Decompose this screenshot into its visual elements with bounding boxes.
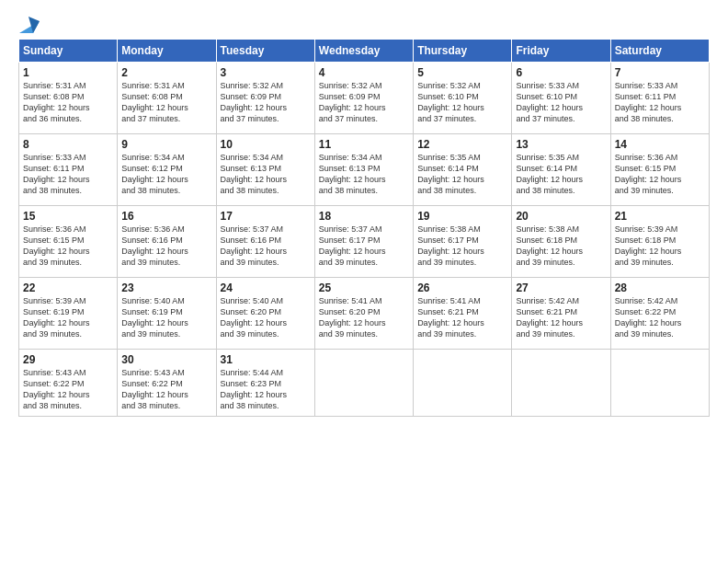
day-number: 3 (221, 66, 311, 79)
day-info: Sunrise: 5:39 AM Sunset: 6:18 PM Dayligh… (615, 224, 705, 269)
weekday-header-monday: Monday (118, 40, 216, 63)
page: SundayMondayTuesdayWednesdayThursdayFrid… (0, 0, 728, 426)
day-info: Sunrise: 5:35 AM Sunset: 6:14 PM Dayligh… (516, 152, 606, 197)
day-number: 26 (417, 282, 507, 294)
day-info: Sunrise: 5:39 AM Sunset: 6:19 PM Dayligh… (23, 295, 113, 340)
logo-bird-icon (19, 17, 40, 33)
logo (18, 17, 40, 29)
calendar-cell (610, 350, 709, 417)
day-info: Sunrise: 5:33 AM Sunset: 6:11 PM Dayligh… (23, 152, 113, 197)
weekday-header-saturday: Saturday (610, 40, 709, 63)
day-info: Sunrise: 5:38 AM Sunset: 6:17 PM Dayligh… (417, 224, 507, 269)
day-info: Sunrise: 5:36 AM Sunset: 6:16 PM Dayligh… (121, 224, 211, 269)
calendar-cell: 10Sunrise: 5:34 AM Sunset: 6:13 PM Dayli… (216, 134, 314, 206)
day-info: Sunrise: 5:34 AM Sunset: 6:13 PM Dayligh… (319, 152, 409, 197)
day-number: 29 (23, 353, 113, 366)
calendar-cell: 13Sunrise: 5:35 AM Sunset: 6:14 PM Dayli… (512, 134, 610, 206)
day-number: 8 (23, 138, 113, 151)
day-number: 4 (319, 66, 409, 79)
day-number: 1 (23, 66, 113, 79)
weekday-header-friday: Friday (512, 40, 610, 63)
day-number: 28 (615, 282, 705, 294)
day-info: Sunrise: 5:40 AM Sunset: 6:20 PM Dayligh… (221, 295, 311, 340)
calendar-cell: 7Sunrise: 5:33 AM Sunset: 6:11 PM Daylig… (610, 63, 709, 134)
day-info: Sunrise: 5:36 AM Sunset: 6:15 PM Dayligh… (615, 152, 705, 197)
day-info: Sunrise: 5:31 AM Sunset: 6:08 PM Dayligh… (121, 80, 211, 125)
calendar-week-row: 29Sunrise: 5:43 AM Sunset: 6:22 PM Dayli… (19, 350, 710, 417)
calendar-cell: 22Sunrise: 5:39 AM Sunset: 6:19 PM Dayli… (19, 278, 118, 350)
calendar-cell (512, 350, 610, 417)
day-info: Sunrise: 5:33 AM Sunset: 6:10 PM Dayligh… (516, 80, 606, 125)
calendar-cell: 15Sunrise: 5:36 AM Sunset: 6:15 PM Dayli… (19, 206, 118, 278)
day-number: 30 (121, 353, 211, 366)
calendar-cell: 8Sunrise: 5:33 AM Sunset: 6:11 PM Daylig… (19, 134, 118, 206)
calendar-cell: 21Sunrise: 5:39 AM Sunset: 6:18 PM Dayli… (610, 206, 709, 278)
calendar-cell: 25Sunrise: 5:41 AM Sunset: 6:20 PM Dayli… (314, 278, 413, 350)
calendar-cell: 3Sunrise: 5:32 AM Sunset: 6:09 PM Daylig… (216, 63, 314, 134)
day-number: 27 (516, 282, 606, 294)
day-number: 10 (221, 138, 311, 151)
calendar-cell: 20Sunrise: 5:38 AM Sunset: 6:18 PM Dayli… (512, 206, 610, 278)
calendar-week-row: 1Sunrise: 5:31 AM Sunset: 6:08 PM Daylig… (19, 63, 710, 134)
day-number: 19 (417, 210, 507, 223)
day-info: Sunrise: 5:37 AM Sunset: 6:16 PM Dayligh… (221, 224, 311, 269)
day-number: 5 (417, 66, 507, 79)
day-info: Sunrise: 5:32 AM Sunset: 6:10 PM Dayligh… (417, 80, 507, 125)
calendar-cell: 6Sunrise: 5:33 AM Sunset: 6:10 PM Daylig… (512, 63, 610, 134)
calendar-cell: 14Sunrise: 5:36 AM Sunset: 6:15 PM Dayli… (610, 134, 709, 206)
calendar-cell: 31Sunrise: 5:44 AM Sunset: 6:23 PM Dayli… (216, 350, 314, 417)
calendar-cell: 26Sunrise: 5:41 AM Sunset: 6:21 PM Dayli… (414, 278, 512, 350)
calendar-cell: 1Sunrise: 5:31 AM Sunset: 6:08 PM Daylig… (19, 63, 118, 134)
calendar-cell: 11Sunrise: 5:34 AM Sunset: 6:13 PM Dayli… (314, 134, 413, 206)
calendar-cell: 5Sunrise: 5:32 AM Sunset: 6:10 PM Daylig… (414, 63, 512, 134)
calendar-cell: 24Sunrise: 5:40 AM Sunset: 6:20 PM Dayli… (216, 278, 314, 350)
day-number: 14 (615, 138, 705, 151)
day-info: Sunrise: 5:34 AM Sunset: 6:12 PM Dayligh… (121, 152, 211, 197)
day-number: 11 (319, 138, 409, 151)
day-number: 17 (221, 210, 311, 223)
day-number: 16 (121, 210, 211, 223)
day-info: Sunrise: 5:35 AM Sunset: 6:14 PM Dayligh… (417, 152, 507, 197)
calendar-cell: 29Sunrise: 5:43 AM Sunset: 6:22 PM Dayli… (19, 350, 118, 417)
day-info: Sunrise: 5:36 AM Sunset: 6:15 PM Dayligh… (23, 224, 113, 269)
calendar-cell: 30Sunrise: 5:43 AM Sunset: 6:22 PM Dayli… (118, 350, 216, 417)
day-number: 2 (121, 66, 211, 79)
day-number: 6 (516, 66, 606, 79)
day-number: 18 (319, 210, 409, 223)
header (18, 17, 710, 29)
day-info: Sunrise: 5:32 AM Sunset: 6:09 PM Dayligh… (221, 80, 311, 125)
calendar-cell: 4Sunrise: 5:32 AM Sunset: 6:09 PM Daylig… (314, 63, 413, 134)
calendar: SundayMondayTuesdayWednesdayThursdayFrid… (18, 39, 710, 417)
calendar-cell (414, 350, 512, 417)
weekday-header-tuesday: Tuesday (216, 40, 314, 63)
day-info: Sunrise: 5:43 AM Sunset: 6:22 PM Dayligh… (23, 367, 113, 412)
calendar-cell: 9Sunrise: 5:34 AM Sunset: 6:12 PM Daylig… (118, 134, 216, 206)
day-info: Sunrise: 5:42 AM Sunset: 6:22 PM Dayligh… (615, 295, 705, 340)
day-number: 25 (319, 282, 409, 294)
day-info: Sunrise: 5:33 AM Sunset: 6:11 PM Dayligh… (615, 80, 705, 125)
calendar-cell: 18Sunrise: 5:37 AM Sunset: 6:17 PM Dayli… (314, 206, 413, 278)
calendar-cell: 27Sunrise: 5:42 AM Sunset: 6:21 PM Dayli… (512, 278, 610, 350)
calendar-cell: 12Sunrise: 5:35 AM Sunset: 6:14 PM Dayli… (414, 134, 512, 206)
weekday-header-row: SundayMondayTuesdayWednesdayThursdayFrid… (19, 40, 710, 63)
day-number: 7 (615, 66, 705, 79)
day-info: Sunrise: 5:44 AM Sunset: 6:23 PM Dayligh… (221, 367, 311, 412)
day-info: Sunrise: 5:41 AM Sunset: 6:20 PM Dayligh… (319, 295, 409, 340)
day-number: 12 (417, 138, 507, 151)
calendar-cell: 23Sunrise: 5:40 AM Sunset: 6:19 PM Dayli… (118, 278, 216, 350)
day-info: Sunrise: 5:43 AM Sunset: 6:22 PM Dayligh… (121, 367, 211, 412)
day-number: 20 (516, 210, 606, 223)
day-number: 9 (121, 138, 211, 151)
day-number: 21 (615, 210, 705, 223)
day-number: 24 (221, 282, 311, 294)
day-number: 23 (121, 282, 211, 294)
calendar-cell (314, 350, 413, 417)
day-info: Sunrise: 5:37 AM Sunset: 6:17 PM Dayligh… (319, 224, 409, 269)
calendar-cell: 19Sunrise: 5:38 AM Sunset: 6:17 PM Dayli… (414, 206, 512, 278)
calendar-cell: 2Sunrise: 5:31 AM Sunset: 6:08 PM Daylig… (118, 63, 216, 134)
day-info: Sunrise: 5:42 AM Sunset: 6:21 PM Dayligh… (516, 295, 606, 340)
day-info: Sunrise: 5:41 AM Sunset: 6:21 PM Dayligh… (417, 295, 507, 340)
day-info: Sunrise: 5:32 AM Sunset: 6:09 PM Dayligh… (319, 80, 409, 125)
day-info: Sunrise: 5:38 AM Sunset: 6:18 PM Dayligh… (516, 224, 606, 269)
day-number: 13 (516, 138, 606, 151)
